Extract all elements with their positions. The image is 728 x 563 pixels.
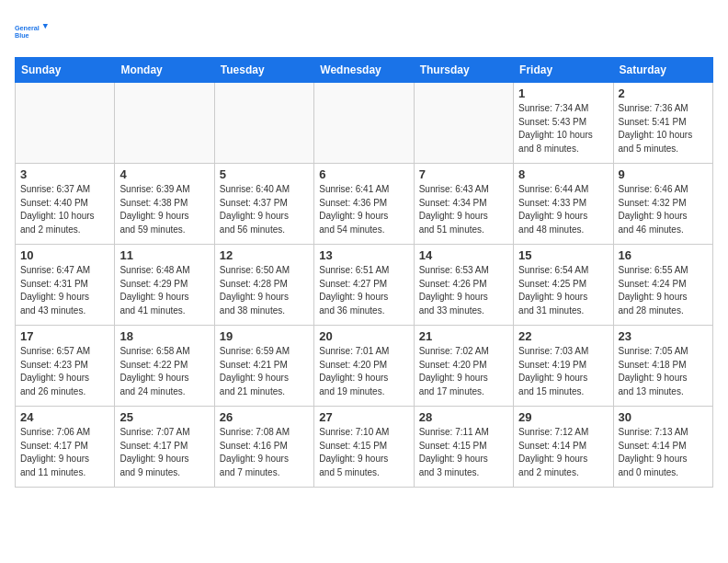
day-number: 6	[319, 167, 408, 181]
svg-marker-2	[43, 24, 48, 29]
day-info: Sunrise: 7:01 AMSunset: 4:20 PMDaylight:…	[319, 345, 408, 398]
day-number: 17	[20, 329, 109, 343]
day-number: 15	[518, 248, 608, 262]
day-number: 8	[518, 167, 608, 181]
calendar-cell: 14Sunrise: 6:53 AMSunset: 4:26 PMDayligh…	[414, 245, 513, 326]
day-info: Sunrise: 6:43 AMSunset: 4:34 PMDaylight:…	[419, 183, 508, 236]
day-number: 24	[20, 410, 109, 424]
day-info: Sunrise: 7:05 AMSunset: 4:18 PMDaylight:…	[619, 345, 708, 398]
calendar-cell: 25Sunrise: 7:07 AMSunset: 4:17 PMDayligh…	[115, 407, 214, 488]
calendar-cell: 22Sunrise: 7:03 AMSunset: 4:19 PMDayligh…	[514, 326, 613, 407]
day-number: 3	[20, 167, 109, 181]
day-info: Sunrise: 7:03 AMSunset: 4:19 PMDaylight:…	[518, 345, 608, 398]
day-info: Sunrise: 6:44 AMSunset: 4:33 PMDaylight:…	[518, 183, 608, 236]
weekday-header-tuesday: Tuesday	[214, 58, 313, 83]
calendar-table: SundayMondayTuesdayWednesdayThursdayFrid…	[15, 57, 713, 488]
day-info: Sunrise: 6:47 AMSunset: 4:31 PMDaylight:…	[20, 264, 109, 317]
day-number: 22	[518, 329, 608, 343]
calendar-cell: 16Sunrise: 6:55 AMSunset: 4:24 PMDayligh…	[613, 245, 712, 326]
calendar-cell: 18Sunrise: 6:58 AMSunset: 4:22 PMDayligh…	[115, 326, 214, 407]
day-number: 5	[220, 167, 309, 181]
day-number: 20	[319, 329, 408, 343]
day-info: Sunrise: 7:34 AMSunset: 5:43 PMDaylight:…	[518, 102, 608, 155]
week-row-4: 17Sunrise: 6:57 AMSunset: 4:23 PMDayligh…	[16, 326, 713, 407]
calendar-cell: 15Sunrise: 6:54 AMSunset: 4:25 PMDayligh…	[514, 245, 613, 326]
calendar-cell: 4Sunrise: 6:39 AMSunset: 4:38 PMDaylight…	[115, 164, 214, 245]
calendar-cell: 10Sunrise: 6:47 AMSunset: 4:31 PMDayligh…	[16, 245, 115, 326]
calendar-cell: 1Sunrise: 7:34 AMSunset: 5:43 PMDaylight…	[514, 83, 613, 164]
day-number: 16	[619, 248, 708, 262]
day-info: Sunrise: 6:46 AMSunset: 4:32 PMDaylight:…	[619, 183, 708, 236]
header: GeneralBlue	[15, 15, 713, 48]
day-number: 29	[518, 410, 608, 424]
calendar-cell: 26Sunrise: 7:08 AMSunset: 4:16 PMDayligh…	[214, 407, 313, 488]
day-number: 2	[619, 86, 708, 100]
day-info: Sunrise: 6:55 AMSunset: 4:24 PMDaylight:…	[619, 264, 708, 317]
calendar-cell: 17Sunrise: 6:57 AMSunset: 4:23 PMDayligh…	[16, 326, 115, 407]
day-info: Sunrise: 7:13 AMSunset: 4:14 PMDaylight:…	[619, 426, 708, 479]
day-number: 9	[619, 167, 708, 181]
day-number: 18	[119, 329, 209, 343]
day-info: Sunrise: 7:06 AMSunset: 4:17 PMDaylight:…	[20, 426, 109, 479]
day-info: Sunrise: 7:12 AMSunset: 4:14 PMDaylight:…	[518, 426, 608, 479]
day-info: Sunrise: 7:10 AMSunset: 4:15 PMDaylight:…	[319, 426, 408, 479]
calendar-cell: 28Sunrise: 7:11 AMSunset: 4:15 PMDayligh…	[414, 407, 513, 488]
day-number: 27	[319, 410, 408, 424]
svg-text:Blue: Blue	[15, 31, 29, 40]
day-info: Sunrise: 6:51 AMSunset: 4:27 PMDaylight:…	[319, 264, 408, 317]
calendar-cell	[214, 83, 313, 164]
calendar-cell: 21Sunrise: 7:02 AMSunset: 4:20 PMDayligh…	[414, 326, 513, 407]
day-info: Sunrise: 6:53 AMSunset: 4:26 PMDaylight:…	[419, 264, 508, 317]
calendar-cell	[115, 83, 214, 164]
day-number: 23	[619, 329, 708, 343]
svg-text:General: General	[15, 24, 40, 32]
day-number: 13	[319, 248, 408, 262]
calendar-cell: 11Sunrise: 6:48 AMSunset: 4:29 PMDayligh…	[115, 245, 214, 326]
day-number: 12	[220, 248, 309, 262]
logo-icon: GeneralBlue	[15, 15, 48, 48]
calendar-cell: 6Sunrise: 6:41 AMSunset: 4:36 PMDaylight…	[314, 164, 414, 245]
calendar-cell: 24Sunrise: 7:06 AMSunset: 4:17 PMDayligh…	[16, 407, 115, 488]
week-row-5: 24Sunrise: 7:06 AMSunset: 4:17 PMDayligh…	[16, 407, 713, 488]
day-number: 11	[119, 248, 209, 262]
day-number: 7	[419, 167, 508, 181]
day-info: Sunrise: 7:36 AMSunset: 5:41 PMDaylight:…	[619, 102, 708, 155]
day-info: Sunrise: 7:02 AMSunset: 4:20 PMDaylight:…	[419, 345, 508, 398]
calendar-cell: 8Sunrise: 6:44 AMSunset: 4:33 PMDaylight…	[514, 164, 613, 245]
calendar-cell	[414, 83, 513, 164]
day-number: 26	[220, 410, 309, 424]
calendar-cell: 23Sunrise: 7:05 AMSunset: 4:18 PMDayligh…	[613, 326, 712, 407]
calendar-cell: 7Sunrise: 6:43 AMSunset: 4:34 PMDaylight…	[414, 164, 513, 245]
weekday-header-sunday: Sunday	[16, 58, 115, 83]
day-info: Sunrise: 6:39 AMSunset: 4:38 PMDaylight:…	[119, 183, 209, 236]
day-number: 21	[419, 329, 508, 343]
day-info: Sunrise: 6:59 AMSunset: 4:21 PMDaylight:…	[220, 345, 309, 398]
weekday-header-wednesday: Wednesday	[314, 58, 414, 83]
weekday-header-row: SundayMondayTuesdayWednesdayThursdayFrid…	[16, 58, 713, 83]
weekday-header-friday: Friday	[514, 58, 613, 83]
day-number: 30	[619, 410, 708, 424]
logo: GeneralBlue	[15, 15, 48, 48]
weekday-header-thursday: Thursday	[414, 58, 513, 83]
calendar-cell: 19Sunrise: 6:59 AMSunset: 4:21 PMDayligh…	[214, 326, 313, 407]
calendar-cell: 5Sunrise: 6:40 AMSunset: 4:37 PMDaylight…	[214, 164, 313, 245]
day-number: 4	[119, 167, 209, 181]
day-info: Sunrise: 7:07 AMSunset: 4:17 PMDaylight:…	[119, 426, 209, 479]
calendar-cell: 9Sunrise: 6:46 AMSunset: 4:32 PMDaylight…	[613, 164, 712, 245]
day-info: Sunrise: 6:57 AMSunset: 4:23 PMDaylight:…	[20, 345, 109, 398]
weekday-header-monday: Monday	[115, 58, 214, 83]
day-info: Sunrise: 6:58 AMSunset: 4:22 PMDaylight:…	[119, 345, 209, 398]
calendar-cell	[314, 83, 414, 164]
week-row-3: 10Sunrise: 6:47 AMSunset: 4:31 PMDayligh…	[16, 245, 713, 326]
day-info: Sunrise: 6:54 AMSunset: 4:25 PMDaylight:…	[518, 264, 608, 317]
calendar-cell: 2Sunrise: 7:36 AMSunset: 5:41 PMDaylight…	[613, 83, 712, 164]
day-info: Sunrise: 6:48 AMSunset: 4:29 PMDaylight:…	[119, 264, 209, 317]
day-number: 1	[518, 86, 608, 100]
day-info: Sunrise: 7:11 AMSunset: 4:15 PMDaylight:…	[419, 426, 508, 479]
week-row-1: 1Sunrise: 7:34 AMSunset: 5:43 PMDaylight…	[16, 83, 713, 164]
day-number: 28	[419, 410, 508, 424]
calendar-cell: 3Sunrise: 6:37 AMSunset: 4:40 PMDaylight…	[16, 164, 115, 245]
week-row-2: 3Sunrise: 6:37 AMSunset: 4:40 PMDaylight…	[16, 164, 713, 245]
day-info: Sunrise: 6:41 AMSunset: 4:36 PMDaylight:…	[319, 183, 408, 236]
day-number: 14	[419, 248, 508, 262]
